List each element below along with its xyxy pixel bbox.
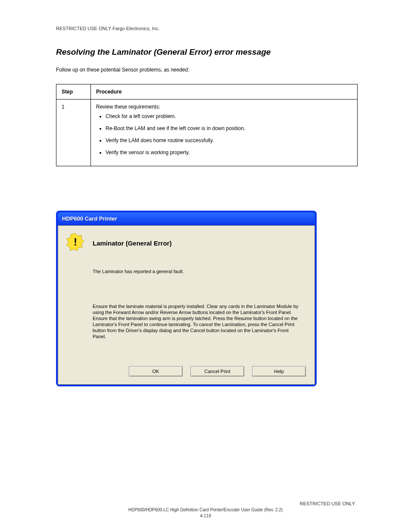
help-button[interactable]: Help (252, 366, 306, 376)
warning-icon: ! (67, 233, 84, 251)
page: RESTRICTED USE ONLY Fargo Electronics, I… (0, 0, 411, 532)
steps-table: Step Procedure 1 Review these requiremen… (56, 84, 358, 166)
error-instructions: Ensure that the laminate material is pro… (93, 303, 302, 339)
list-item: Re-Boot the LAM and see if the left cove… (106, 125, 352, 131)
table-row: 1 Review these requirements: Check for a… (56, 100, 358, 166)
procedure-list: Check for a left cover problem. Re-Boot … (96, 113, 352, 156)
dialog-window: HDP600 Card Printer ! Laminator (General… (56, 211, 317, 386)
footer-copyright: HDP600/HDP600-LC High Definition Card Pr… (0, 507, 411, 512)
svg-text:!: ! (74, 236, 77, 248)
footer-page-number: 4-119 (0, 513, 411, 518)
section-title: Resolving the Laminator (General Error) … (56, 47, 271, 57)
list-item: Verify the LAM does home routine success… (106, 137, 352, 143)
cancel-print-button[interactable]: Cancel Print (190, 366, 244, 376)
followup-text: Follow up on these potential Sensor prob… (56, 67, 190, 73)
list-item: Check for a left cover problem. (106, 113, 352, 119)
procedure-cell: Review these requirements: Check for a l… (91, 100, 358, 166)
dialog-body: ! Laminator (General Error) The Laminato… (58, 225, 315, 385)
error-title: Laminator (General Error) (93, 240, 171, 247)
footer-restricted: RESTRICTED USE ONLY (300, 501, 355, 506)
dialog-button-row: OK Cancel Print Help (129, 366, 306, 376)
col-procedure-header: Procedure (91, 84, 358, 100)
col-step-header: Step (56, 84, 91, 100)
dialog-titlebar[interactable]: HDP600 Card Printer (58, 212, 315, 225)
header-restricted: RESTRICTED USE ONLY Fargo Electronics, I… (56, 26, 159, 31)
list-item: Verify the sensor is working properly. (106, 149, 352, 156)
ok-button[interactable]: OK (129, 366, 183, 376)
step-number: 1 (56, 100, 91, 166)
error-message: The Laminator has reported a general fau… (93, 269, 184, 274)
procedure-intro: Review these requirements: (96, 104, 160, 110)
